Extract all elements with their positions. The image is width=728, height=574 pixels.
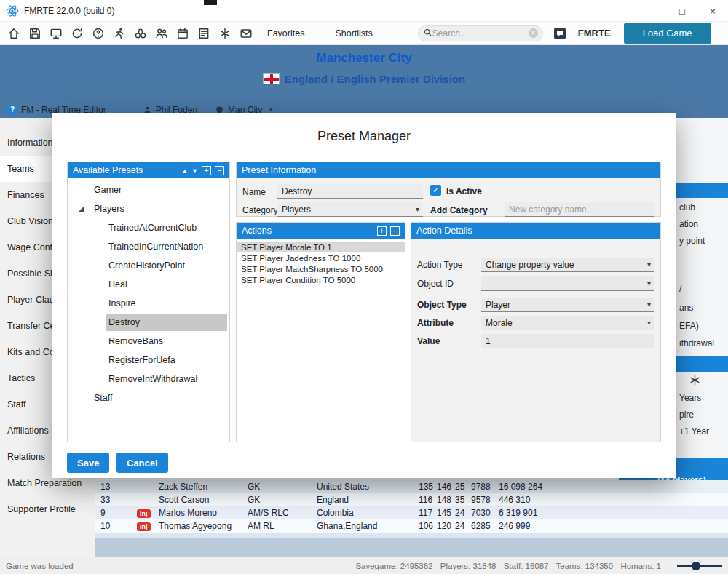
club-name: Manchester City [0,51,728,65]
preset-tree: Gamer Players TrainedAtCurrentClub Train… [68,178,229,442]
people-icon[interactable] [155,27,168,40]
help-icon[interactable] [92,27,105,40]
window-title: FMRTE 22.0.0 (build 0) [24,6,115,16]
tree-item-registerforuefa[interactable]: RegisterForUefa [68,351,229,370]
chat-icon[interactable] [553,27,566,40]
add-category-label: Add Category [430,205,488,215]
fmrte-brand-label: FMRTE [578,28,611,39]
favorites-link[interactable]: Favorites [267,28,304,39]
nation-division: England / English Premier Division [285,73,465,85]
actions-header: Actions [242,226,272,236]
tree-item-players[interactable]: Players [68,199,229,218]
name-label: Name [242,187,266,197]
preset-name-input[interactable] [277,184,423,199]
zoom-slider[interactable] [677,561,722,571]
action-item[interactable]: SET Player Condition TO 5000 [237,274,405,285]
tree-item-staff[interactable]: Staff [68,388,229,407]
category-dropdown[interactable]: Players [277,202,423,217]
shortlists-link[interactable]: Shortlists [335,28,372,39]
maximize-button[interactable]: □ [667,0,697,22]
tree-item-createhistorypoint[interactable]: CreateHistoryPoint [68,256,229,275]
home-icon[interactable] [7,27,20,40]
action-item[interactable]: SET Player Jadedness TO 1000 [237,252,405,263]
tree-item-destroy[interactable]: Destroy [68,313,229,332]
save-icon[interactable] [28,27,41,40]
close-button[interactable]: × [697,0,728,22]
add-preset-icon[interactable] [202,166,211,175]
available-presets-header: Available Presets [73,165,143,175]
clear-search-icon[interactable]: × [529,28,538,38]
player-name: Scott Carson [159,495,248,505]
players-table: 13 Zack Steffen GK United States 135 146… [95,480,728,557]
app-logo-atom-icon [6,4,19,17]
injury-badge: Inj [137,509,151,518]
object-type-dropdown[interactable]: Player [481,298,654,312]
background-text-fragment: ation [679,219,698,229]
background-text-fragment: ans [679,303,693,313]
search-input[interactable] [432,28,529,39]
action-details-panel: Action Details Action Type Change proper… [411,222,661,442]
attribute-dropdown[interactable]: Morale [481,316,654,330]
binoculars-icon[interactable] [134,27,147,40]
new-category-input[interactable] [505,202,654,217]
monitor-icon[interactable] [50,27,63,40]
tree-item-removebans[interactable]: RemoveBans [68,332,229,351]
table-row[interactable]: 33 Scott Carson GK England 116 148 35 95… [95,493,728,506]
tree-item-trainedatcurrentclub[interactable]: TrainedAtCurrentClub [68,218,229,237]
tree-item-trainedincurrentnation[interactable]: TrainedInCurrentNation [68,237,229,256]
table-footer-strip [95,538,728,557]
mail-icon[interactable] [240,27,253,40]
england-flag-icon [263,73,280,84]
background-text-fragment: / [679,284,681,294]
runner-icon[interactable] [113,27,126,40]
snowflake-icon[interactable] [218,27,232,40]
action-item[interactable]: SET Player MatchSharpness TO 5000 [237,263,405,274]
status-message: Game was loaded [6,562,74,570]
dialog-title: Preset Manager [52,129,676,144]
table-row[interactable]: 10 Inj Thomas Agyepong AM RL Ghana,Engla… [95,519,728,533]
expand-caret-icon[interactable] [79,206,84,212]
move-up-icon[interactable] [181,165,188,175]
category-label: Category [242,205,278,215]
injury-badge: Inj [137,522,151,531]
status-bar: Game was loaded Savegame: 2495362 - Play… [0,557,728,574]
tree-item-gamer[interactable]: Gamer [68,180,229,199]
refresh-icon[interactable] [71,27,84,40]
preset-manager-dialog: Preset Manager Available Presets Gamer P… [52,113,676,478]
actions-list: SET Player Morale TO 1 SET Player Jadedn… [237,239,405,442]
value-input[interactable]: 1 [481,334,654,348]
remove-preset-icon[interactable] [215,166,224,175]
sidebar-item-supporter-profile[interactable]: Supporter Profile [0,496,95,522]
attribute-label: Attribute [417,318,454,328]
object-id-label: Object ID [417,279,454,289]
tree-item-heal[interactable]: Heal [68,275,229,294]
table-row[interactable]: 13 Zack Steffen GK United States 135 146… [95,480,728,493]
object-type-label: Object Type [417,300,467,310]
cancel-button[interactable]: Cancel [116,453,168,473]
news-icon[interactable] [197,27,210,40]
question-circle-icon [7,105,17,115]
tree-item-inspire[interactable]: Inspire [68,294,229,313]
load-game-button[interactable]: Load Game [624,23,711,44]
background-text-fragment: club [679,202,695,212]
freeze-icon [689,374,701,389]
calendar-icon[interactable] [176,27,189,40]
background-text-fragment: +1 Year [679,426,709,437]
add-action-icon[interactable] [377,226,387,236]
search-box[interactable]: × [418,25,543,41]
action-type-dropdown[interactable]: Change property value [481,258,654,272]
remove-action-icon[interactable] [390,226,400,236]
action-item[interactable]: SET Player Morale TO 1 [237,242,405,252]
main-toolbar: Favorites Shortlists × FMRTE Load Game [0,22,728,45]
move-down-icon[interactable] [191,165,198,175]
player-name: Thomas Agyepong [159,521,248,531]
is-active-checkbox[interactable] [430,185,441,196]
save-button[interactable]: Save [67,453,109,473]
player-name: Zack Steffen [159,482,248,492]
slider-thumb[interactable] [692,562,700,570]
top-edge-artifact [204,0,217,5]
minimize-button[interactable]: – [636,0,667,22]
object-id-dropdown[interactable] [481,276,654,291]
table-row[interactable]: 9 Inj Marlos Moreno AM/S RLC Colombia 11… [95,506,728,519]
tree-item-removeintwithdrawal[interactable]: RemoveIntWithdrawal [68,370,229,388]
